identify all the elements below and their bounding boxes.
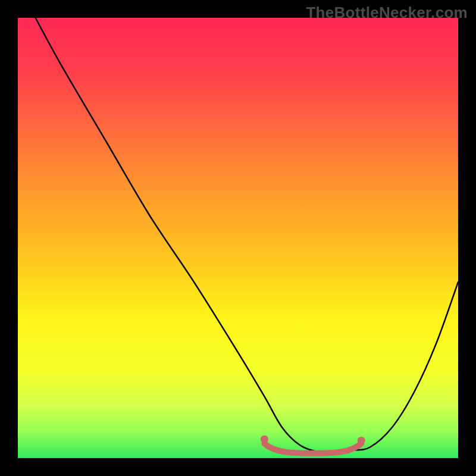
plot-area — [18, 18, 458, 458]
optimum-point-0 — [261, 436, 268, 443]
gradient-background — [18, 18, 458, 458]
chart-container: TheBottleNecker.com — [0, 0, 476, 476]
bottleneck-chart — [18, 18, 458, 458]
optimum-point-1 — [358, 437, 365, 444]
